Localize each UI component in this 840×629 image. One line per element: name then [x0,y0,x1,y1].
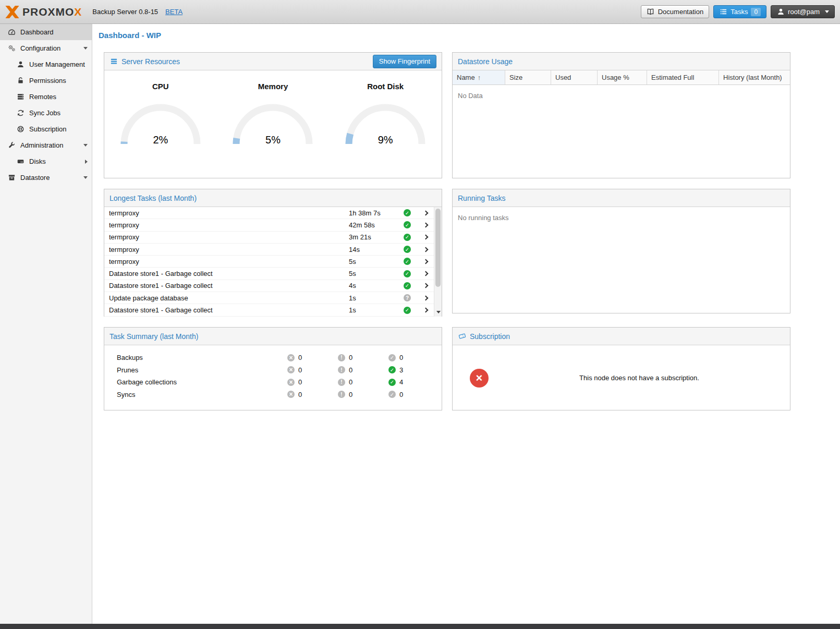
summary-row: Garbage collections 0 0 4 [117,376,442,389]
task-row[interactable]: termproxy 5s [104,256,442,268]
wrench-icon [7,141,16,150]
sidebar-item-disks[interactable]: Disks [0,153,92,170]
task-row[interactable]: termproxy 1h 38m 7s [104,207,442,219]
panel-title: Subscription [470,332,510,341]
no-subscription-icon: × [470,369,489,388]
task-row[interactable]: Datastore store1 - Garbage collect 5s [104,268,442,280]
panel-title: Datastore Usage [458,57,513,66]
summary-label: Prunes [117,366,287,374]
subscription-header: Subscription [453,328,790,345]
warning-count-icon [338,366,345,373]
error-count: 0 [298,378,302,386]
unlock-icon [16,77,25,85]
sidebar-item-configuration[interactable]: Configuration [0,40,92,56]
cpu-gauge: CPU 2% [116,82,205,146]
top-bar: PROXMOX Backup Server 0.8-15 BETA Docume… [0,0,840,24]
root-disk-gauge: Root Disk 9% [341,82,430,146]
task-row[interactable]: Datastore store1 - Garbage collect 1s [104,304,442,316]
task-summary-panel: Task Summary (last Month) Backups 0 0 0 … [104,327,442,410]
brand-text: PROXMOX [22,6,82,18]
chevron-down-icon[interactable] [83,144,88,147]
chevron-right-icon[interactable] [423,235,429,240]
task-row[interactable]: termproxy 14s [104,244,442,256]
task-duration: 1s [349,306,404,314]
summary-ok-icon [388,366,396,373]
chevron-right-icon[interactable] [423,247,429,252]
column-header-usage-pct[interactable]: Usage % [598,70,647,84]
scrollbar[interactable] [434,207,442,317]
task-duration: 5s [349,258,404,265]
column-header-estimated-full[interactable]: Estimated Full [647,70,719,84]
column-label: Usage % [602,74,629,81]
column-header-history[interactable]: History (last Month) [719,70,790,84]
sidebar-item-user-management[interactable]: User Management [0,56,92,72]
summary-ok-icon [388,354,396,361]
task-name: Update package database [109,294,349,302]
sidebar-item-remotes[interactable]: Remotes [0,89,92,105]
panel-title: Task Summary (last Month) [109,332,198,341]
chevron-right-icon[interactable] [423,308,429,313]
task-row[interactable]: termproxy 42m 58s [104,219,442,231]
sidebar-item-datastore[interactable]: Datastore [0,170,92,186]
column-header-size[interactable]: Size [505,70,551,84]
chevron-right-icon[interactable] [423,259,429,264]
ok-count: 4 [399,378,403,386]
task-duration: 3m 21s [349,233,404,241]
error-count-icon [287,391,295,398]
chevron-right-icon[interactable] [423,222,429,227]
chevron-down-icon[interactable] [83,176,88,179]
gauges-area: CPU 2% Memory [104,70,442,146]
scrollbar-thumb[interactable] [435,209,441,287]
task-row[interactable]: termproxy 3m 21s [104,232,442,244]
summary-ok-icon [388,391,396,398]
sidebar-item-administration[interactable]: Administration [0,137,92,153]
longest-tasks-list: termproxy 1h 38m 7s termproxy 42m 58s te… [104,207,442,317]
chevron-right-icon[interactable] [85,160,88,164]
chevron-down-icon[interactable] [83,47,88,50]
chevron-right-icon[interactable] [423,271,429,276]
user-menu-button[interactable]: root@pam [771,5,835,18]
hdd-icon [16,158,25,166]
running-tasks-panel: Running Tasks No running tasks [452,189,790,313]
sidebar-item-sync-jobs[interactable]: Sync Jobs [0,105,92,121]
column-header-name[interactable]: Name ↑ [453,70,505,84]
version-text: Backup Server 0.8-15 [92,8,158,16]
column-header-used[interactable]: Used [551,70,598,84]
proxmox-x-icon [5,6,19,18]
chevron-right-icon[interactable] [423,295,429,300]
datastore-usage-panel: Datastore Usage Name ↑ Size Used Usage %… [452,52,790,178]
column-label: Size [509,74,522,81]
sidebar-item-permissions[interactable]: Permissions [0,72,92,89]
panel-title: Longest Tasks (last Month) [109,194,197,202]
sidebar-item-subscription[interactable]: Subscription [0,121,92,137]
chevron-right-icon[interactable] [423,210,429,215]
gauge-label: CPU [116,82,205,91]
ok-count: 3 [399,366,403,374]
warning-count: 0 [349,378,352,386]
summary-label: Garbage collections [117,378,287,386]
sidebar-item-label: Subscription [29,125,67,133]
scroll-down-arrow[interactable] [434,308,442,316]
warning-count: 0 [349,366,352,374]
refresh-icon [16,109,25,117]
memory-gauge: Memory 5% [228,82,317,146]
task-row[interactable]: Datastore store1 - Garbage collect 4s [104,280,442,292]
sidebar-item-dashboard[interactable]: Dashboard [0,24,92,40]
bars-icon [109,57,118,66]
column-label: Name [457,74,475,81]
task-duration: 42m 58s [349,221,404,229]
error-count-icon [287,366,295,373]
tasks-button[interactable]: Tasks 0 [713,5,766,18]
tasks-count-badge: 0 [751,8,761,16]
ticket-icon [458,332,466,341]
column-label: Estimated Full [651,74,694,81]
error-count: 0 [298,366,302,374]
beta-link[interactable]: BETA [165,8,182,16]
page-title: Dashboard - WIP [99,31,840,40]
chevron-right-icon[interactable] [423,283,429,288]
sidebar-item-label: Sync Jobs [29,109,60,117]
column-label: Used [555,74,571,81]
show-fingerprint-button[interactable]: Show Fingerprint [373,55,436,68]
task-row[interactable]: Update package database 1s [104,292,442,304]
documentation-button[interactable]: Documentation [641,5,709,18]
